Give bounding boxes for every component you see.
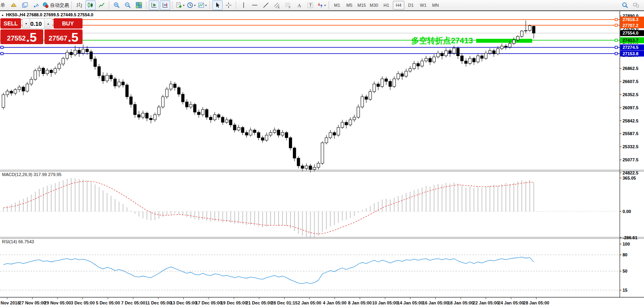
svg-text:27413.7: 27413.7	[623, 38, 638, 43]
svg-text:E: E	[278, 6, 280, 9]
crosshair-button[interactable]	[223, 0, 234, 10]
support-line-27153-handle[interactable]	[1, 52, 3, 55]
arrows-button[interactable]: ▾	[316, 0, 327, 10]
timeframe-w1-button[interactable]: W1	[417, 1, 429, 10]
svg-text:18 Jan 05:00: 18 Jan 05:00	[448, 300, 473, 305]
templates-button[interactable]: ▾	[197, 0, 208, 10]
indicators-button[interactable]: ▾	[175, 0, 185, 10]
collapse-panel-icon[interactable]: ▲	[1, 14, 4, 16]
svg-text:28 Dec 01:15: 28 Dec 01:15	[271, 300, 298, 305]
svg-text:8 Jan 05:00: 8 Jan 05:00	[348, 300, 371, 305]
horizontal-line-button[interactable]	[250, 0, 260, 10]
resistance-line-27707-handle[interactable]	[615, 24, 617, 27]
text-button[interactable]: A	[294, 0, 304, 10]
chevron-down-icon[interactable]: ▾	[194, 4, 196, 7]
svg-text:26607.5: 26607.5	[623, 79, 638, 84]
toolbar-separator	[329, 2, 329, 9]
sell-button[interactable]: SELL	[0, 18, 21, 29]
one-click-trade-panel: SELL ▼ 0.10 ▲ BUY 27552 .5 27567 .5	[0, 18, 83, 44]
support-line-27274-handle[interactable]	[1, 46, 3, 48]
new-order-button[interactable]: 单	[0, 0, 8, 10]
svg-text:25332.5: 25332.5	[623, 144, 638, 149]
svg-text:100: 100	[623, 242, 630, 246]
macd-histogram	[4, 178, 534, 238]
timeframe-mn-button[interactable]: MN	[430, 1, 441, 10]
text-label-button[interactable]: T	[305, 0, 315, 10]
timeframe-m1-button[interactable]: M1	[331, 1, 343, 10]
autotrade-button[interactable]: 自动交易	[42, 0, 69, 10]
svg-text:5 Dec 05:00: 5 Dec 05:00	[96, 300, 120, 305]
timeframe-m30-button[interactable]: M30	[368, 1, 380, 10]
sell-price-box[interactable]: 27552 .5	[0, 29, 43, 44]
cursor-button[interactable]	[212, 0, 223, 10]
annotation-text[interactable]: 多空转折点27413	[411, 36, 473, 45]
fibonacci-button[interactable]: F	[283, 0, 293, 10]
svg-text:A: A	[298, 2, 302, 8]
tile-windows-button[interactable]	[134, 0, 144, 10]
svg-text:7 Dec 05:00: 7 Dec 05:00	[121, 300, 145, 305]
candlestick-chart-button[interactable]	[85, 0, 96, 10]
volume-decrease-button[interactable]: ▼	[23, 19, 30, 28]
search-button[interactable]	[620, 0, 630, 10]
svg-text:15: 15	[623, 288, 627, 293]
chevron-down-icon[interactable]: ▾	[205, 4, 207, 7]
volume-input[interactable]: 0.10	[30, 19, 44, 28]
volume-increase-button[interactable]: ▲	[44, 19, 52, 28]
timeframe-m5-button[interactable]: M5	[344, 1, 355, 10]
toolbar-separator	[71, 2, 72, 9]
toolbar-separator	[236, 2, 236, 9]
buy-price-box[interactable]: 27567 .5	[44, 29, 83, 44]
chevron-down-icon[interactable]: ▾	[183, 4, 185, 7]
sell-price-main: 27552	[7, 33, 26, 44]
volume-stepper: ▼ 0.10 ▲	[22, 18, 52, 29]
sell-price-frac: .5	[26, 31, 37, 44]
main-toolbar: 单自动交易▾▾▾EFAT▾M1M5M15M30H1H4D1W1MN	[0, 0, 644, 11]
time-axis[interactable]: 23 Nov 201827 Nov 05:0029 Nov 05:003 Dec…	[0, 297, 549, 305]
data-window-button[interactable]	[20, 0, 30, 10]
signals-button[interactable]	[31, 0, 41, 10]
svg-text:3 Dec 05:00: 3 Dec 05:00	[71, 300, 95, 305]
svg-text:80: 80	[623, 252, 627, 257]
pivot-line-27413-handle[interactable]	[615, 39, 617, 41]
trendline-button[interactable]	[261, 0, 271, 10]
support-line-27153-handle[interactable]	[615, 52, 617, 55]
chart-shift-button[interactable]	[160, 0, 170, 10]
rsi-label: RSI(14) 66.7543	[2, 239, 34, 244]
timeframe-h1-button[interactable]: H1	[381, 1, 392, 10]
svg-text:29 Nov 05:00: 29 Nov 05:00	[44, 300, 71, 305]
macd-label: MACD(12,26,9) 317.99 279.95	[2, 172, 62, 177]
chart-ohlc-text: HK50-,H4 27688.0 27699.5 27449.5 27554.0	[6, 12, 93, 17]
highlight-zone-rect[interactable]	[476, 39, 532, 43]
svg-text:25077.5: 25077.5	[623, 157, 638, 162]
svg-text:4 Jan 05:00: 4 Jan 05:00	[323, 300, 346, 305]
zoom-in-button[interactable]	[111, 0, 122, 10]
svg-text:27153.8: 27153.8	[623, 51, 638, 56]
bar-chart-button[interactable]	[74, 0, 85, 10]
svg-text:17 Dec 05:00: 17 Dec 05:00	[196, 300, 222, 305]
zoom-out-button[interactable]	[123, 0, 133, 10]
chat-button[interactable]	[631, 0, 641, 10]
resistance-line-27818-handle[interactable]	[615, 18, 617, 21]
timeframe-m15-button[interactable]: M15	[356, 1, 367, 10]
periods-button[interactable]: ▾	[186, 0, 196, 10]
support-line-27274-handle[interactable]	[615, 46, 617, 48]
svg-text:26352.5: 26352.5	[623, 92, 638, 97]
buy-price-main: 27567	[49, 33, 67, 44]
svg-text:21 Dec 05:00: 21 Dec 05:00	[246, 300, 273, 305]
vertical-line-button[interactable]	[238, 0, 249, 10]
market-watch-button[interactable]	[9, 0, 19, 10]
timeframe-h4-button[interactable]: H4	[393, 1, 404, 10]
equidistant-channel-button[interactable]: E	[272, 0, 282, 10]
svg-text:13 Dec 05:00: 13 Dec 05:00	[170, 300, 197, 305]
toolbar-separator	[210, 2, 210, 9]
chevron-down-icon[interactable]: ▾	[324, 4, 326, 7]
chart-canvas: 27890.027635.027380.027125.026862.526607…	[0, 0, 644, 308]
line-chart-button[interactable]	[96, 0, 107, 10]
buy-button[interactable]: BUY	[54, 18, 83, 29]
svg-text:27 Nov 05:00: 27 Nov 05:00	[19, 300, 46, 305]
rsi-line	[4, 257, 534, 284]
svg-text:27274.5: 27274.5	[623, 45, 638, 50]
timeframe-d1-button[interactable]: D1	[405, 1, 417, 10]
svg-text:365.05: 365.05	[623, 176, 636, 180]
auto-scroll-button[interactable]	[149, 0, 159, 10]
